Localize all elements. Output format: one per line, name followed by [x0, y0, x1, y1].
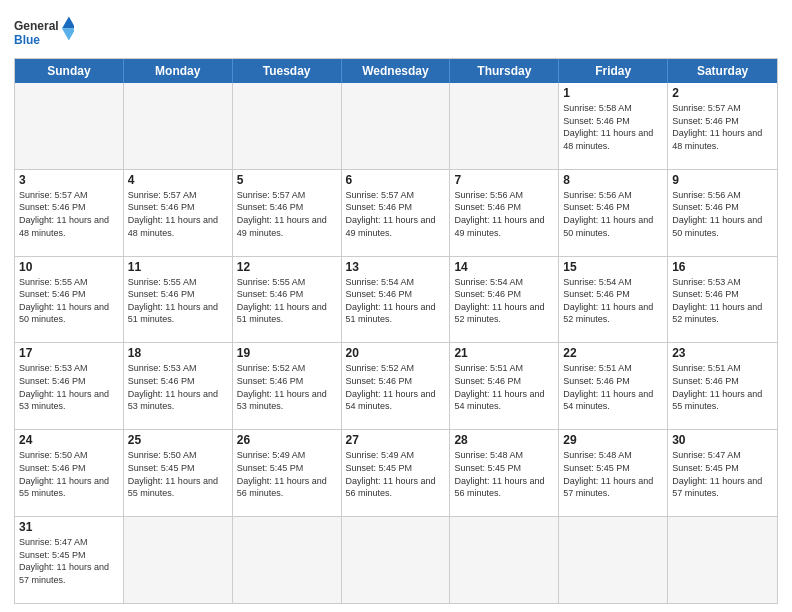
- day-number: 20: [346, 346, 446, 360]
- calendar-cell: 9Sunrise: 5:56 AM Sunset: 5:46 PM Daylig…: [668, 170, 777, 256]
- calendar-cell: 30Sunrise: 5:47 AM Sunset: 5:45 PM Dayli…: [668, 430, 777, 516]
- day-info: Sunrise: 5:55 AM Sunset: 5:46 PM Dayligh…: [237, 276, 337, 326]
- calendar-cell: 27Sunrise: 5:49 AM Sunset: 5:45 PM Dayli…: [342, 430, 451, 516]
- day-info: Sunrise: 5:53 AM Sunset: 5:46 PM Dayligh…: [672, 276, 773, 326]
- header-day-friday: Friday: [559, 59, 668, 83]
- day-info: Sunrise: 5:54 AM Sunset: 5:46 PM Dayligh…: [346, 276, 446, 326]
- day-info: Sunrise: 5:50 AM Sunset: 5:45 PM Dayligh…: [128, 449, 228, 499]
- calendar-cell: 7Sunrise: 5:56 AM Sunset: 5:46 PM Daylig…: [450, 170, 559, 256]
- header: General Blue: [14, 12, 778, 52]
- day-info: Sunrise: 5:53 AM Sunset: 5:46 PM Dayligh…: [19, 362, 119, 412]
- day-number: 25: [128, 433, 228, 447]
- day-number: 30: [672, 433, 773, 447]
- calendar-header: SundayMondayTuesdayWednesdayThursdayFrid…: [15, 59, 777, 83]
- calendar-cell: [668, 517, 777, 603]
- day-number: 15: [563, 260, 663, 274]
- day-info: Sunrise: 5:56 AM Sunset: 5:46 PM Dayligh…: [454, 189, 554, 239]
- day-info: Sunrise: 5:51 AM Sunset: 5:46 PM Dayligh…: [454, 362, 554, 412]
- day-number: 18: [128, 346, 228, 360]
- calendar-cell: 3Sunrise: 5:57 AM Sunset: 5:46 PM Daylig…: [15, 170, 124, 256]
- day-number: 28: [454, 433, 554, 447]
- day-info: Sunrise: 5:52 AM Sunset: 5:46 PM Dayligh…: [346, 362, 446, 412]
- calendar-cell: 13Sunrise: 5:54 AM Sunset: 5:46 PM Dayli…: [342, 257, 451, 343]
- calendar-cell: 24Sunrise: 5:50 AM Sunset: 5:46 PM Dayli…: [15, 430, 124, 516]
- header-day-thursday: Thursday: [450, 59, 559, 83]
- day-info: Sunrise: 5:47 AM Sunset: 5:45 PM Dayligh…: [19, 536, 119, 586]
- svg-text:General: General: [14, 19, 59, 33]
- day-info: Sunrise: 5:51 AM Sunset: 5:46 PM Dayligh…: [672, 362, 773, 412]
- day-info: Sunrise: 5:55 AM Sunset: 5:46 PM Dayligh…: [128, 276, 228, 326]
- svg-text:Blue: Blue: [14, 33, 40, 47]
- day-info: Sunrise: 5:57 AM Sunset: 5:46 PM Dayligh…: [128, 189, 228, 239]
- header-day-wednesday: Wednesday: [342, 59, 451, 83]
- calendar-cell: 31Sunrise: 5:47 AM Sunset: 5:45 PM Dayli…: [15, 517, 124, 603]
- day-info: Sunrise: 5:51 AM Sunset: 5:46 PM Dayligh…: [563, 362, 663, 412]
- calendar-cell: 8Sunrise: 5:56 AM Sunset: 5:46 PM Daylig…: [559, 170, 668, 256]
- day-info: Sunrise: 5:48 AM Sunset: 5:45 PM Dayligh…: [563, 449, 663, 499]
- calendar-cell: 28Sunrise: 5:48 AM Sunset: 5:45 PM Dayli…: [450, 430, 559, 516]
- calendar-cell: 25Sunrise: 5:50 AM Sunset: 5:45 PM Dayli…: [124, 430, 233, 516]
- day-info: Sunrise: 5:57 AM Sunset: 5:46 PM Dayligh…: [19, 189, 119, 239]
- calendar-cell: 2Sunrise: 5:57 AM Sunset: 5:46 PM Daylig…: [668, 83, 777, 169]
- calendar-cell: 16Sunrise: 5:53 AM Sunset: 5:46 PM Dayli…: [668, 257, 777, 343]
- day-number: 29: [563, 433, 663, 447]
- day-info: Sunrise: 5:49 AM Sunset: 5:45 PM Dayligh…: [237, 449, 337, 499]
- week-row-6: 31Sunrise: 5:47 AM Sunset: 5:45 PM Dayli…: [15, 516, 777, 603]
- calendar-cell: 19Sunrise: 5:52 AM Sunset: 5:46 PM Dayli…: [233, 343, 342, 429]
- logo: General Blue: [14, 12, 74, 52]
- day-info: Sunrise: 5:55 AM Sunset: 5:46 PM Dayligh…: [19, 276, 119, 326]
- calendar-cell: 6Sunrise: 5:57 AM Sunset: 5:46 PM Daylig…: [342, 170, 451, 256]
- calendar-cell: 15Sunrise: 5:54 AM Sunset: 5:46 PM Dayli…: [559, 257, 668, 343]
- header-day-saturday: Saturday: [668, 59, 777, 83]
- day-number: 14: [454, 260, 554, 274]
- day-info: Sunrise: 5:57 AM Sunset: 5:46 PM Dayligh…: [346, 189, 446, 239]
- week-row-4: 17Sunrise: 5:53 AM Sunset: 5:46 PM Dayli…: [15, 342, 777, 429]
- day-number: 16: [672, 260, 773, 274]
- calendar-cell: 20Sunrise: 5:52 AM Sunset: 5:46 PM Dayli…: [342, 343, 451, 429]
- day-number: 9: [672, 173, 773, 187]
- calendar-cell: [450, 83, 559, 169]
- calendar-cell: 1Sunrise: 5:58 AM Sunset: 5:46 PM Daylig…: [559, 83, 668, 169]
- calendar-cell: 11Sunrise: 5:55 AM Sunset: 5:46 PM Dayli…: [124, 257, 233, 343]
- calendar-cell: [342, 83, 451, 169]
- day-number: 1: [563, 86, 663, 100]
- day-info: Sunrise: 5:47 AM Sunset: 5:45 PM Dayligh…: [672, 449, 773, 499]
- day-number: 31: [19, 520, 119, 534]
- day-number: 4: [128, 173, 228, 187]
- day-number: 2: [672, 86, 773, 100]
- calendar-cell: 14Sunrise: 5:54 AM Sunset: 5:46 PM Dayli…: [450, 257, 559, 343]
- day-number: 17: [19, 346, 119, 360]
- day-number: 26: [237, 433, 337, 447]
- calendar-cell: 22Sunrise: 5:51 AM Sunset: 5:46 PM Dayli…: [559, 343, 668, 429]
- day-number: 3: [19, 173, 119, 187]
- day-number: 19: [237, 346, 337, 360]
- day-number: 24: [19, 433, 119, 447]
- day-info: Sunrise: 5:56 AM Sunset: 5:46 PM Dayligh…: [563, 189, 663, 239]
- calendar-cell: [233, 83, 342, 169]
- day-number: 11: [128, 260, 228, 274]
- day-info: Sunrise: 5:54 AM Sunset: 5:46 PM Dayligh…: [563, 276, 663, 326]
- day-number: 12: [237, 260, 337, 274]
- calendar-cell: 23Sunrise: 5:51 AM Sunset: 5:46 PM Dayli…: [668, 343, 777, 429]
- week-row-2: 3Sunrise: 5:57 AM Sunset: 5:46 PM Daylig…: [15, 169, 777, 256]
- day-number: 22: [563, 346, 663, 360]
- day-info: Sunrise: 5:52 AM Sunset: 5:46 PM Dayligh…: [237, 362, 337, 412]
- calendar-cell: 26Sunrise: 5:49 AM Sunset: 5:45 PM Dayli…: [233, 430, 342, 516]
- day-number: 13: [346, 260, 446, 274]
- week-row-3: 10Sunrise: 5:55 AM Sunset: 5:46 PM Dayli…: [15, 256, 777, 343]
- day-info: Sunrise: 5:57 AM Sunset: 5:46 PM Dayligh…: [237, 189, 337, 239]
- header-day-sunday: Sunday: [15, 59, 124, 83]
- calendar-cell: 12Sunrise: 5:55 AM Sunset: 5:46 PM Dayli…: [233, 257, 342, 343]
- svg-marker-2: [62, 17, 74, 29]
- calendar-cell: 4Sunrise: 5:57 AM Sunset: 5:46 PM Daylig…: [124, 170, 233, 256]
- day-info: Sunrise: 5:56 AM Sunset: 5:46 PM Dayligh…: [672, 189, 773, 239]
- day-info: Sunrise: 5:53 AM Sunset: 5:46 PM Dayligh…: [128, 362, 228, 412]
- day-number: 5: [237, 173, 337, 187]
- calendar-cell: 18Sunrise: 5:53 AM Sunset: 5:46 PM Dayli…: [124, 343, 233, 429]
- day-number: 6: [346, 173, 446, 187]
- page: General Blue SundayMondayTuesdayWednesda…: [0, 0, 792, 612]
- week-row-1: 1Sunrise: 5:58 AM Sunset: 5:46 PM Daylig…: [15, 83, 777, 169]
- day-number: 10: [19, 260, 119, 274]
- week-row-5: 24Sunrise: 5:50 AM Sunset: 5:46 PM Dayli…: [15, 429, 777, 516]
- day-info: Sunrise: 5:50 AM Sunset: 5:46 PM Dayligh…: [19, 449, 119, 499]
